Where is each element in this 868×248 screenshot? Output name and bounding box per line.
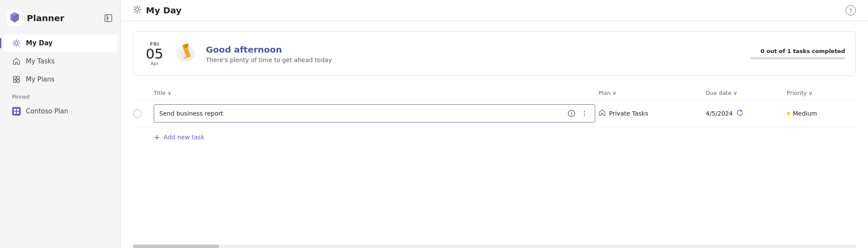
sidebar-item-my-plans[interactable]: My Plans — [3, 71, 117, 88]
greeting-emoji-icon — [174, 41, 197, 67]
date-block: FRI 05 Apr — [144, 41, 165, 66]
date-day-number: 05 — [144, 47, 165, 61]
greeting-subtitle: There's plenty of time to get ahead toda… — [206, 57, 742, 63]
header-priority-col: Priority ∨ — [787, 90, 856, 96]
due-date-column-header[interactable]: Due date ∨ — [706, 90, 783, 96]
svg-line-10 — [18, 41, 19, 41]
greeting-card: FRI 05 Apr Good aftern — [133, 31, 856, 76]
sidebar-item-label: My Plans — [26, 75, 54, 83]
sidebar-item-label: My Day — [26, 39, 53, 47]
due-date-chevron-icon: ∨ — [733, 90, 738, 96]
collapse-sidebar-button[interactable] — [103, 13, 114, 23]
task-plan-col: Private Tasks — [599, 109, 702, 118]
task-check-col — [133, 109, 150, 118]
help-button[interactable]: ? — [846, 5, 856, 16]
title-chevron-icon: ∨ — [167, 90, 172, 96]
table-row: Send business report — [133, 100, 856, 127]
title-column-label: Title — [154, 90, 166, 96]
sidebar-item-contoso-plan[interactable]: Contoso Plan — [3, 103, 117, 120]
svg-line-9 — [18, 45, 19, 45]
task-title-col: Send business report — [154, 104, 595, 122]
task-plan-name: Private Tasks — [609, 110, 648, 117]
sidebar-item-label: Contoso Plan — [26, 107, 68, 115]
recur-icon[interactable] — [736, 109, 743, 118]
grid-icon — [12, 75, 21, 84]
task-progress: 0 out of 1 tasks completed — [750, 48, 845, 60]
header-left: My Day — [133, 5, 181, 16]
svg-line-22 — [139, 12, 140, 13]
private-tasks-home-icon — [599, 109, 606, 118]
sidebar-logo: Planner — [7, 10, 64, 26]
svg-point-37 — [584, 115, 585, 116]
header-sun-icon — [133, 5, 142, 16]
plan-column-label: Plan — [599, 90, 611, 96]
pinned-section-label: Pinned — [0, 88, 120, 103]
task-title-box: Send business report — [154, 104, 595, 122]
home-icon — [12, 57, 21, 66]
table-header: Title ∨ Plan ∨ Due date ∨ — [133, 86, 856, 100]
task-title-text[interactable]: Send business report — [159, 110, 563, 117]
priority-column-label: Priority — [787, 90, 807, 96]
add-task-button[interactable]: + Add new task — [133, 127, 856, 141]
svg-line-11 — [14, 45, 14, 45]
priority-column-header[interactable]: Priority ∨ — [787, 90, 856, 96]
sun-icon — [12, 39, 21, 47]
svg-rect-15 — [17, 80, 19, 82]
svg-line-8 — [14, 41, 14, 41]
progress-label: 0 out of 1 tasks completed — [750, 48, 845, 54]
svg-point-36 — [584, 113, 585, 114]
sidebar-item-my-tasks[interactable]: My Tasks — [3, 53, 117, 70]
svg-point-16 — [136, 8, 139, 11]
due-date-column-label: Due date — [706, 90, 732, 96]
svg-rect-1 — [105, 15, 112, 22]
main-header: My Day ? — [121, 0, 868, 21]
add-task-label: Add new task — [164, 134, 204, 141]
title-column-header[interactable]: Title ∨ — [154, 90, 595, 96]
header-due-col: Due date ∨ — [706, 90, 783, 96]
task-title-actions — [566, 108, 590, 119]
task-priority-value: Medium — [793, 110, 817, 117]
sidebar: Planner — [0, 0, 121, 248]
task-table: Title ∨ Plan ∨ Due date ∨ — [133, 86, 856, 141]
greeting-title: Good afternoon — [206, 44, 742, 55]
header-title-col: Title ∨ — [154, 90, 595, 96]
svg-point-34 — [571, 112, 572, 113]
svg-line-24 — [134, 12, 135, 13]
task-priority-col: Medium — [787, 110, 856, 117]
task-due-date: 4/5/2024 — [706, 110, 733, 117]
greeting-text: Good afternoon There's plenty of time to… — [206, 44, 742, 63]
main-area: My Day ? FRI 05 Apr — [121, 0, 868, 248]
svg-point-35 — [584, 111, 585, 112]
svg-rect-12 — [13, 76, 16, 79]
contoso-plan-icon — [12, 107, 21, 116]
horizontal-scrollbar[interactable] — [133, 245, 856, 248]
progress-bar — [750, 57, 845, 60]
svg-rect-13 — [17, 76, 19, 79]
svg-line-23 — [139, 6, 140, 7]
header-plan-col: Plan ∨ — [599, 90, 702, 96]
svg-point-3 — [15, 42, 18, 45]
plan-column-header[interactable]: Plan ∨ — [599, 90, 702, 96]
svg-line-21 — [134, 6, 135, 7]
svg-rect-14 — [13, 80, 16, 82]
task-complete-checkbox[interactable] — [133, 109, 142, 118]
task-due-col: 4/5/2024 — [706, 109, 783, 118]
task-more-button[interactable] — [579, 108, 590, 119]
app-title: Planner — [27, 13, 64, 23]
sidebar-item-label: My Tasks — [26, 57, 55, 65]
plan-chevron-icon: ∨ — [612, 90, 617, 96]
scrollbar-thumb[interactable] — [133, 245, 219, 248]
plus-icon: + — [154, 132, 160, 141]
page-title: My Day — [146, 5, 181, 16]
planner-logo-icon — [7, 10, 22, 26]
sidebar-item-my-day[interactable]: My Day — [3, 35, 117, 52]
main-content: FRI 05 Apr Good aftern — [121, 21, 868, 245]
priority-chevron-icon: ∨ — [808, 90, 813, 96]
priority-dot — [787, 112, 790, 115]
sidebar-header: Planner — [0, 7, 120, 35]
task-info-button[interactable] — [566, 108, 577, 119]
sidebar-navigation: My Day My Tasks My Plans — [0, 35, 120, 88]
